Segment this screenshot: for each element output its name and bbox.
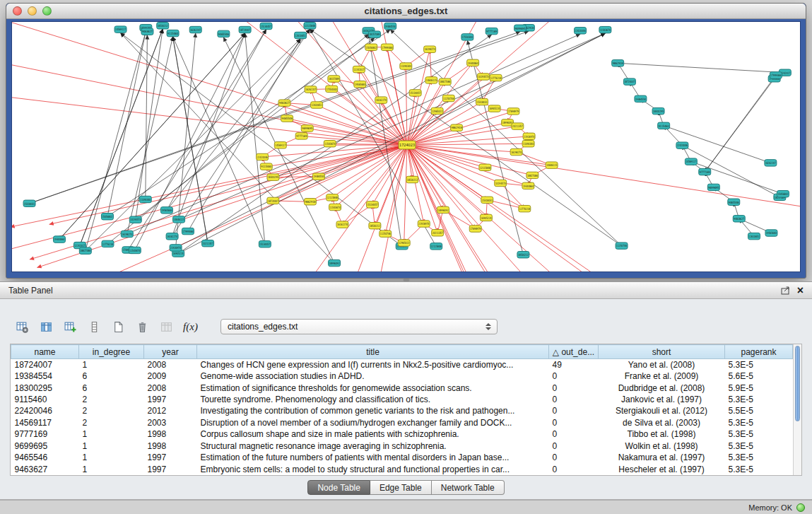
close-panel-icon[interactable]: × [797,285,804,296]
node-table: name in_degree year title △ out_de... sh… [10,344,802,476]
svg-text:15318031: 15318031 [24,202,35,206]
scrollbar-thumb[interactable] [795,346,800,421]
delete-icon[interactable] [133,318,152,336]
table-row[interactable]: 977716911998Corpus callosum shape and si… [11,428,793,440]
svg-text:9699695: 9699695 [708,186,719,189]
zoom-window-button[interactable] [42,6,52,16]
import-table-icon[interactable] [157,318,176,336]
cell-out_degree: 0 [549,382,599,393]
column-header-out-degree[interactable]: △ out_de... [549,345,599,359]
svg-text:16262207: 16262207 [190,28,201,32]
column-header-title[interactable]: title [197,345,549,359]
column-header-name[interactable]: name [11,345,79,359]
window-title: citations_edges.txt [365,6,448,16]
svg-text:15318031: 15318031 [482,199,493,202]
tab-node-table[interactable]: Node Table [307,480,370,495]
svg-text:10193573: 10193573 [478,75,488,78]
cell-out_degree: 0 [549,440,599,452]
svg-text:11090340: 11090340 [401,64,411,68]
cell-title: Structural magnetic resonance image aver… [197,440,549,452]
svg-text:9115460: 9115460 [167,32,178,35]
cell-name: 9465546 [11,452,79,463]
svg-text:17554300: 17554300 [326,88,337,91]
network-window: citations_edges.txt 18530212151344571616… [6,3,806,279]
traffic-lights [13,6,52,16]
table-row[interactable]: 969969511998Structural magnetic resonanc… [11,440,793,452]
cell-pagerank: 5.3E-5 [725,359,793,370]
cell-in_degree: 2 [79,417,144,428]
svg-text:16905224: 16905224 [481,216,491,220]
svg-text:9115460: 9115460 [659,124,669,128]
table-mode-icon[interactable] [13,318,32,336]
svg-text:17698979: 17698979 [470,227,481,230]
svg-text:19565683: 19565683 [355,83,365,86]
cell-year: 2009 [144,370,197,382]
table-row[interactable]: 2242004622012Investigating the contribut… [11,405,793,416]
svg-text:18157089: 18157089 [329,77,339,81]
table-scrollbar[interactable] [793,344,801,475]
table-panel: Table Panel × [0,281,812,500]
svg-text:12115848: 12115848 [305,24,315,28]
cell-pagerank: 5.6E-5 [725,370,793,382]
float-panel-icon[interactable] [781,286,790,295]
svg-text:11250746: 11250746 [380,232,391,235]
table-row[interactable]: 911546021997Tourette syndrome. Phenomeno… [11,394,793,405]
svg-text:14646115: 14646115 [174,218,184,221]
show-columns-icon[interactable] [37,318,56,336]
svg-text:19384554: 19384554 [313,175,324,178]
svg-text:12776218: 12776218 [102,243,113,246]
create-column-icon[interactable] [61,318,80,336]
svg-text:9862918: 9862918 [305,200,315,204]
table-selector-dropdown[interactable]: citations_edges.txt [220,319,498,334]
table-row[interactable]: 1456911722003Disruption of a novel membe… [11,417,793,428]
table-row[interactable]: 946554611997Estimation of the future num… [11,452,793,463]
svg-text:19344864: 19344864 [523,185,534,188]
cell-year: 1997 [144,394,197,405]
cell-title: Disruption of a novel member of a sodium… [197,417,549,428]
column-header-pagerank[interactable]: pagerank [725,345,793,359]
new-file-icon[interactable] [109,318,128,336]
table-row[interactable]: 1872400712008Changes of HCN gene express… [11,359,793,370]
svg-text:11543674: 11543674 [324,142,335,146]
svg-text:20211357: 20211357 [203,242,213,245]
svg-text:16262207: 16262207 [765,161,776,165]
cell-year: 2012 [144,405,197,416]
table-row[interactable]: 1830029562008Estimation of significance … [11,382,793,393]
svg-text:18530212: 18530212 [158,24,168,28]
column-header-in-degree[interactable]: in_degree [79,345,144,359]
rows-view-icon[interactable] [85,318,104,336]
cell-in_degree: 6 [79,370,144,382]
table-panel-header: Table Panel × [0,282,812,299]
tab-network-table[interactable]: Network Table [432,480,505,495]
svg-text:18827086: 18827086 [80,249,90,252]
svg-text:12242017: 12242017 [353,68,364,71]
svg-text:20211357: 20211357 [512,124,523,128]
svg-text:15134457: 15134457 [367,203,377,206]
table-row[interactable]: 1938455462009Genome-wide association stu… [11,370,793,382]
svg-text:19384554: 19384554 [385,25,396,28]
node-table-grid: name in_degree year title △ out_de... sh… [11,344,793,475]
table-row[interactable]: 946362711997Embryonic stem cells: a mode… [11,463,793,475]
svg-text:15056802: 15056802 [777,192,788,196]
cell-in_degree: 1 [79,463,144,475]
table-tabs: Node Table Edge Table Network Table [0,480,812,495]
close-window-button[interactable] [13,6,22,16]
network-graph-canvas[interactable]: 1853021215134457161622741154367412115848… [12,22,800,271]
svg-text:18530212: 18530212 [370,224,380,228]
svg-text:15318031: 15318031 [477,100,488,104]
function-builder-icon[interactable]: f(x) [181,318,200,336]
svg-text:18157089: 18157089 [369,33,379,36]
svg-text:18827086: 18827086 [527,174,538,177]
minimize-window-button[interactable] [28,6,37,16]
column-header-year[interactable]: year [144,345,197,359]
tab-edge-table[interactable]: Edge Table [370,480,432,495]
svg-text:16905224: 16905224 [173,252,184,255]
window-titlebar[interactable]: citations_edges.txt [6,4,806,19]
column-header-short[interactable]: short [599,345,725,359]
svg-text:18530212: 18530212 [518,253,529,257]
svg-text:11543674: 11543674 [330,206,341,209]
svg-text:11090340: 11090340 [140,198,151,201]
node-table-body: 1872400712008Changes of HCN gene express… [11,359,793,476]
svg-text:17698979: 17698979 [508,110,519,113]
cell-title: Genome-wide association studies in ADHD. [197,370,549,382]
